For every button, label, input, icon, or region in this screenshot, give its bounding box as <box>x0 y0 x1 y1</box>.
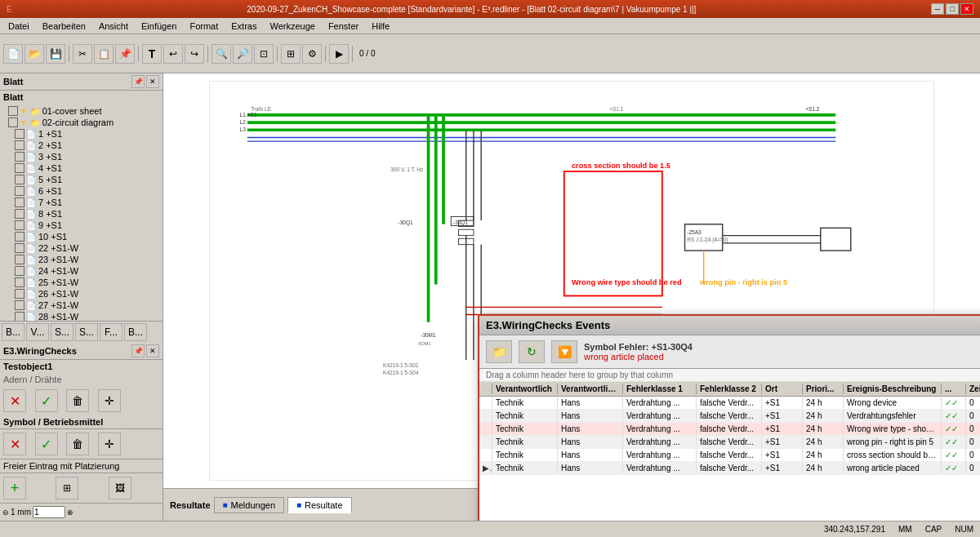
menu-hilfe[interactable]: Hilfe <box>367 20 394 33</box>
th-verantwortlich[interactable]: Verantwortlich <box>492 384 558 394</box>
tree-checkbox[interactable] <box>15 163 24 173</box>
tree-checkbox[interactable] <box>15 300 24 310</box>
menu-einfuegen[interactable]: Einfügen <box>136 20 181 33</box>
freier-btn-dots[interactable]: ⊞ <box>56 477 78 499</box>
tree-item[interactable]: 📄 26 +S1-W <box>2 288 161 300</box>
th-prio[interactable]: Priori... <box>803 384 844 394</box>
modal-refresh-btn[interactable]: ↻ <box>519 340 545 363</box>
tree-item[interactable]: 📄 25 +S1-W <box>2 277 161 288</box>
tree-item[interactable]: 📄 2 +S1 <box>2 140 161 151</box>
adern-btn-x[interactable]: ✕ <box>3 389 26 412</box>
sym-btn-check[interactable]: ✓ <box>35 433 58 455</box>
tree-checkbox[interactable] <box>15 289 24 299</box>
menu-bearbeiten[interactable]: Bearbeiten <box>38 20 91 33</box>
tree-checkbox[interactable] <box>15 129 24 139</box>
th-ort[interactable]: Ort <box>762 384 803 394</box>
tree-checkbox[interactable] <box>15 140 24 150</box>
tb-settings[interactable]: ⚙ <box>302 44 322 64</box>
tree-item[interactable]: 📄 5 +S1 <box>2 174 161 185</box>
tree-item[interactable]: 📄 6 +S1 <box>2 185 161 197</box>
freier-btn-add[interactable]: + <box>3 477 26 499</box>
tree-checkbox[interactable] <box>15 277 24 287</box>
tree-checkbox[interactable] <box>15 152 24 162</box>
tree-item[interactable]: 📄 4 +S1 <box>2 162 161 174</box>
adern-btn-check[interactable]: ✓ <box>35 389 58 412</box>
tb-zoom-fit[interactable]: ⊡ <box>254 44 274 64</box>
tree-item[interactable]: 📄 24 +S1-W <box>2 265 161 277</box>
tree-checkbox[interactable] <box>15 186 24 196</box>
tree-item[interactable]: 📄 10 +S1 <box>2 231 161 242</box>
tb-play[interactable]: ▶ <box>329 44 349 64</box>
modal-filter-btn[interactable]: 🔽 <box>551 340 577 363</box>
tb-text[interactable]: T <box>142 44 162 64</box>
table-row[interactable]: Technik Hans Verdrahtung ... falsche Ver… <box>479 410 980 423</box>
blatt-tree[interactable]: ▼ 📁 01-cover sheet▼ 📁 02-circuit diagram… <box>0 104 163 321</box>
tree-checkbox[interactable] <box>8 106 18 116</box>
maximize-button[interactable]: □ <box>946 3 959 15</box>
menu-extras[interactable]: Extras <box>226 20 261 33</box>
minimize-button[interactable]: ─ <box>931 3 944 15</box>
tree-checkbox[interactable] <box>15 266 24 276</box>
e3-tab-b[interactable]: B... <box>2 323 24 341</box>
tree-checkbox[interactable] <box>15 255 24 264</box>
menu-fenster[interactable]: Fenster <box>323 20 363 33</box>
table-row[interactable]: Technik Hans Verdrahtung ... falsche Ver… <box>479 423 980 436</box>
tree-item[interactable]: 📄 3 +S1 <box>2 151 161 162</box>
zoom-input[interactable] <box>33 506 65 518</box>
tb-paste[interactable]: 📌 <box>115 44 135 64</box>
tb-grid[interactable]: ⊞ <box>281 44 301 64</box>
e3-tab-b2[interactable]: B... <box>124 323 147 341</box>
tree-item[interactable]: 📄 1 +S1 <box>2 128 161 140</box>
tree-item[interactable]: 📄 9 +S1 <box>2 220 161 231</box>
adern-btn-trash[interactable]: 🗑 <box>66 389 89 412</box>
table-row[interactable]: Technik Hans Verdrahtung ... falsche Ver… <box>479 436 980 449</box>
tb-copy[interactable]: 📋 <box>94 44 114 64</box>
tree-checkbox[interactable] <box>15 175 24 184</box>
blatt-pin[interactable]: 📌 <box>131 75 145 88</box>
tree-item[interactable]: 📄 28 +S1-W <box>2 311 161 321</box>
sym-btn-move[interactable]: ✛ <box>98 433 121 455</box>
th-beschreibung[interactable]: Ereignis-Beschreibung <box>844 384 942 394</box>
tab-resultate[interactable]: ■ Resultate <box>287 497 352 513</box>
menu-format[interactable]: Format <box>185 20 223 33</box>
tree-checkbox[interactable] <box>15 232 24 242</box>
tree-checkbox[interactable] <box>15 220 24 230</box>
tb-undo[interactable]: ↩ <box>163 44 183 64</box>
tree-item[interactable]: ▼ 📁 02-circuit diagram <box>2 117 161 128</box>
th-c1[interactable]: ... <box>942 384 966 394</box>
tree-checkbox[interactable] <box>15 197 24 207</box>
adern-btn-move[interactable]: ✛ <box>98 389 121 412</box>
e3-tab-s2[interactable]: S... <box>75 323 98 341</box>
tb-cut[interactable]: ✂ <box>73 44 92 64</box>
menu-ansicht[interactable]: Ansicht <box>94 20 133 33</box>
tree-checkbox[interactable] <box>15 312 24 321</box>
th-verantwortlic2[interactable]: Verantwortlic... <box>558 384 623 394</box>
tree-item[interactable]: 📄 23 +S1-W <box>2 254 161 265</box>
sym-btn-x[interactable]: ✕ <box>3 433 26 455</box>
tree-item[interactable]: 📄 7 +S1 <box>2 197 161 208</box>
tb-save[interactable]: 💾 <box>46 44 65 64</box>
table-row[interactable]: ▶ Technik Hans Verdrahtung ... falsche V… <box>479 462 980 475</box>
tree-item[interactable]: ▼ 📁 01-cover sheet <box>2 105 161 117</box>
tab-meldungen[interactable]: ■ Meldungen <box>214 497 284 513</box>
table-row[interactable]: Technik Hans Verdrahtung ... falsche Ver… <box>479 397 980 410</box>
e3-tab-f[interactable]: F... <box>100 323 122 341</box>
tb-new[interactable]: 📄 <box>3 44 23 64</box>
blatt-close[interactable]: ✕ <box>146 75 159 88</box>
e3-wiring-pin[interactable]: 📌 <box>131 344 145 357</box>
th-fk1[interactable]: Fehlerklasse 1 <box>623 384 697 394</box>
tree-checkbox[interactable] <box>15 243 24 253</box>
e3-tab-s1[interactable]: S... <box>51 323 74 341</box>
freier-btn-img[interactable]: 🖼 <box>109 477 131 499</box>
tb-open[interactable]: 📂 <box>24 44 44 64</box>
tb-redo[interactable]: ↪ <box>185 44 204 64</box>
tree-checkbox[interactable] <box>15 209 24 219</box>
e3-wiring-close[interactable]: ✕ <box>146 344 159 357</box>
sym-btn-trash[interactable]: 🗑 <box>66 433 89 455</box>
e3-tab-v[interactable]: V... <box>26 323 49 341</box>
table-row[interactable]: Technik Hans Verdrahtung ... falsche Ver… <box>479 449 980 462</box>
menu-werkzeuge[interactable]: Werkzeuge <box>265 20 319 33</box>
tree-item[interactable]: 📄 22 +S1-W <box>2 242 161 254</box>
tb-zoom-out[interactable]: 🔎 <box>233 44 252 64</box>
tree-checkbox[interactable] <box>8 118 18 127</box>
